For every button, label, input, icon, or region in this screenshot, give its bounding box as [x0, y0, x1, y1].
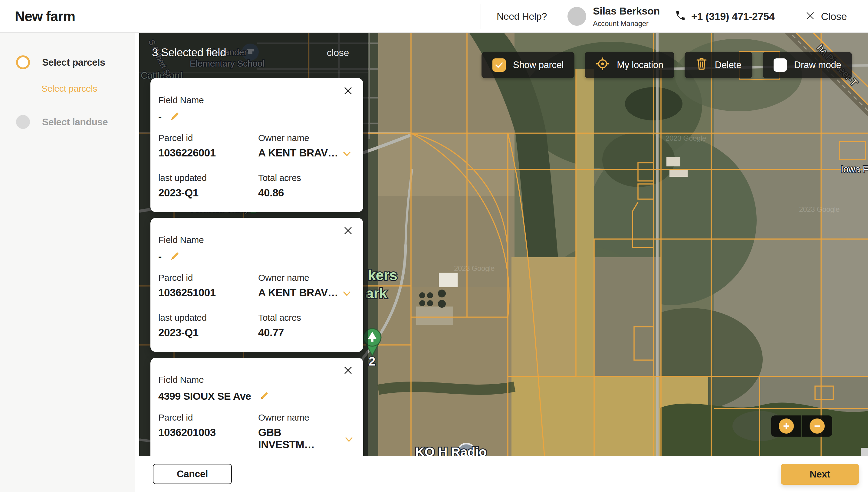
- owner-chevron-down-icon[interactable]: [345, 433, 353, 444]
- close-label: Close: [821, 10, 847, 22]
- zoom-in-icon: +: [779, 418, 794, 434]
- zoom-out-icon: −: [810, 418, 825, 434]
- owner-label: Owner name: [258, 273, 353, 283]
- step-select-parcels[interactable]: Select parcels: [16, 55, 105, 69]
- field-name-label: Field Name: [158, 95, 353, 105]
- field-name-value: 4399 SIOUX SE Ave: [158, 390, 251, 402]
- user-block: Silas Berkson Account Manager: [593, 5, 660, 28]
- total-acres-label: Total acres: [258, 173, 353, 183]
- svg-text:2023 Google: 2023 Google: [454, 264, 495, 272]
- last-updated-label: last updated: [158, 173, 258, 183]
- radio-label: KO H Radio: [415, 444, 487, 456]
- step-select-landuse[interactable]: Select landuse: [16, 115, 108, 129]
- pin-number-label: 2: [369, 354, 375, 368]
- close-button[interactable]: Close: [805, 10, 847, 22]
- next-button[interactable]: Next: [781, 464, 859, 485]
- parcel-id-label: Parcel id: [158, 412, 258, 423]
- step-sub-select-parcels[interactable]: Select parcels: [42, 83, 97, 94]
- parcel-card: Field Name - Parcel id 1036226001 Owner …: [150, 78, 363, 212]
- step-active-circle-icon: [16, 55, 30, 69]
- header-divider: [480, 4, 481, 29]
- avatar: [568, 7, 586, 26]
- total-acres-label: Total acres: [258, 313, 353, 323]
- draw-mode-label: Draw mode: [794, 59, 841, 71]
- selected-fields-panel: 3 Selected field close Field Name -: [139, 33, 368, 456]
- panel-header: 3 Selected field close: [139, 33, 368, 73]
- delete-button[interactable]: Delete: [685, 52, 752, 78]
- step-select-parcels-label: Select parcels: [42, 57, 105, 68]
- edit-pencil-icon[interactable]: [170, 112, 180, 122]
- panel-close-link[interactable]: close: [327, 47, 349, 58]
- card-close-icon[interactable]: [343, 225, 353, 236]
- my-location-button[interactable]: My location: [585, 52, 674, 78]
- zoom-in-button[interactable]: +: [771, 415, 801, 437]
- iowa-label: Iowa Fas: [841, 164, 868, 175]
- map-toolbar: Show parcel My location Delete Draw mode: [481, 52, 852, 78]
- my-location-icon: [596, 57, 610, 73]
- phone-icon: [675, 10, 686, 22]
- owner-value: A KENT BRAV…: [258, 287, 338, 299]
- card-close-icon[interactable]: [343, 85, 353, 96]
- map-zoom-control: + −: [771, 415, 832, 437]
- svg-text:ark: ark: [366, 285, 388, 301]
- owner-chevron-down-icon[interactable]: [343, 287, 351, 299]
- owner-chevron-down-icon[interactable]: [343, 147, 351, 159]
- field-name-value: -: [158, 250, 162, 262]
- phone-number: +1 (319) 471-2754: [691, 10, 775, 22]
- edit-pencil-icon[interactable]: [170, 251, 180, 262]
- svg-text:2023 Google: 2023 Google: [666, 134, 706, 142]
- header-divider: [789, 4, 789, 29]
- total-acres-value: 40.77: [258, 326, 353, 339]
- owner-label: Owner name: [258, 412, 353, 423]
- header-right: Need Help? Silas Berkson Account Manager…: [480, 0, 868, 33]
- user-role: Account Manager: [593, 19, 660, 28]
- total-acres-value: 40.86: [258, 187, 353, 199]
- parcel-card: Field Name - Parcel id 1036251001 Owner …: [150, 218, 363, 352]
- owner-value: GBB INVESTM…: [258, 426, 340, 450]
- field-name-value: -: [158, 111, 162, 123]
- draw-mode-checkbox[interactable]: [774, 58, 787, 72]
- edit-pencil-icon[interactable]: [259, 391, 269, 402]
- app-header: New farm Need Help? Silas Berkson Accoun…: [0, 0, 868, 33]
- last-updated-label: last updated: [158, 313, 258, 323]
- field-name-label: Field Name: [158, 235, 353, 245]
- svg-text:kers: kers: [368, 267, 397, 283]
- phone-link[interactable]: +1 (319) 471-2754: [675, 10, 775, 22]
- show-parcel-button[interactable]: Show parcel: [481, 52, 574, 78]
- show-parcel-checkbox[interactable]: [492, 58, 506, 72]
- map-canvas[interactable]: Alexander Elementary School Cattleyard S…: [139, 33, 868, 456]
- close-icon: [805, 11, 815, 22]
- field-name-label: Field Name: [158, 375, 353, 385]
- draw-mode-button[interactable]: Draw mode: [763, 52, 852, 78]
- trash-icon: [695, 57, 708, 73]
- parcel-id-label: Parcel id: [158, 133, 258, 143]
- user-name: Silas Berkson: [593, 5, 660, 17]
- show-parcel-label: Show parcel: [513, 59, 564, 71]
- footer-bar: Cancel Next: [135, 456, 868, 492]
- parcel-card-list: Field Name - Parcel id 1036226001 Owner …: [150, 78, 363, 456]
- last-updated-value: 2023-Q1: [158, 187, 258, 199]
- owner-label: Owner name: [258, 133, 353, 143]
- delete-label: Delete: [715, 59, 742, 71]
- parcel-id-label: Parcel id: [158, 273, 258, 283]
- owner-value: A KENT BRAV…: [258, 147, 338, 159]
- zoom-out-button[interactable]: −: [802, 415, 833, 437]
- stepper-sidebar: Select parcels Select parcels Select lan…: [0, 33, 135, 492]
- last-updated-value: 2023-Q1: [158, 326, 258, 339]
- page-title: New farm: [15, 8, 75, 25]
- new-farm-app: Alexander Elementary School Cattleyard S…: [0, 0, 868, 492]
- need-help-label: Need Help?: [497, 11, 547, 22]
- parcel-card: Field Name 4399 SIOUX SE Ave Parcel id 1…: [150, 358, 363, 456]
- svg-text:2023 Google: 2023 Google: [799, 205, 840, 213]
- my-location-label: My location: [617, 59, 663, 71]
- map-scroll-corner[interactable]: [861, 448, 868, 456]
- card-close-icon[interactable]: [343, 365, 353, 376]
- panel-title: 3 Selected field: [152, 46, 226, 59]
- parcel-id-value: 1036226001: [158, 147, 258, 159]
- parcel-id-value: 1036201003: [158, 426, 258, 439]
- parcel-id-value: 1036251001: [158, 287, 258, 299]
- step-select-landuse-label: Select landuse: [42, 117, 108, 128]
- step-idle-circle-icon: [16, 115, 30, 129]
- cancel-button[interactable]: Cancel: [153, 464, 232, 484]
